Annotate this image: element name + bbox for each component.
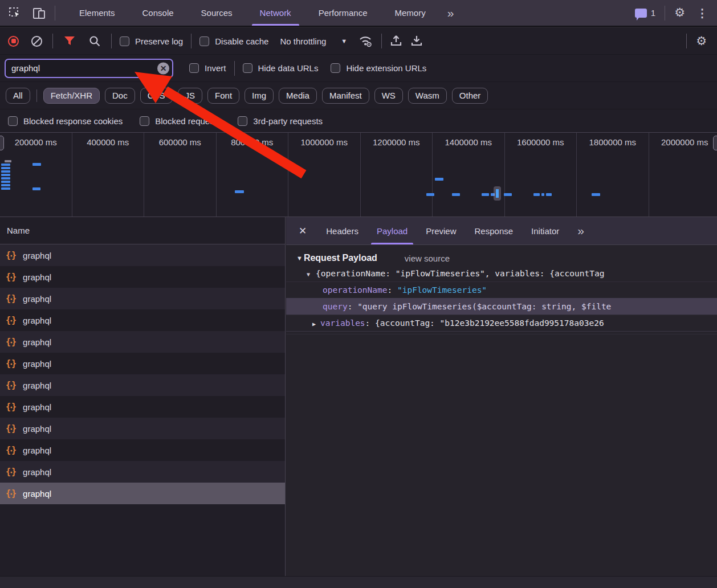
detail-tab-headers[interactable]: Headers: [317, 217, 368, 244]
device-toolbar-icon[interactable]: [32, 6, 47, 20]
table-row[interactable]: {}graphql: [0, 396, 285, 418]
table-row[interactable]: {}graphql: [0, 353, 285, 374]
timeline-tick-label: 400000 ms: [72, 137, 144, 147]
request-name: graphql: [23, 359, 51, 369]
table-row[interactable]: {}graphql: [0, 461, 285, 483]
filter-input[interactable]: [6, 63, 172, 73]
chip-js[interactable]: JS: [178, 88, 203, 104]
kebab-menu-icon[interactable]: ⋮: [694, 6, 710, 20]
chip-media[interactable]: Media: [279, 88, 317, 104]
export-har-icon[interactable]: [410, 35, 423, 47]
expanded-triangle-icon[interactable]: ▼: [307, 271, 310, 277]
chip-doc[interactable]: Doc: [105, 88, 135, 104]
hide-data-urls-checkbox[interactable]: Hide data URLs: [243, 63, 319, 73]
fetch-xhr-icon: {}: [6, 380, 17, 390]
clear-network-log-icon[interactable]: [31, 36, 42, 47]
disable-cache-checkbox[interactable]: Disable cache: [199, 36, 268, 46]
payload-end-divider: [286, 332, 717, 334]
fetch-xhr-icon: {}: [6, 402, 17, 412]
network-overview-timeline[interactable]: 200000 ms400000 ms600000 ms800000 ms1000…: [0, 133, 717, 217]
checkbox[interactable]: [140, 116, 149, 126]
payload-variables-row[interactable]: ▶variables: {accountTag: "b12e3b2192ee55…: [286, 315, 717, 332]
chip-all[interactable]: All: [6, 88, 30, 104]
detail-tab-response[interactable]: Response: [466, 217, 523, 244]
table-row[interactable]: {}graphql: [0, 266, 285, 288]
issues-counter[interactable]: 1: [635, 8, 655, 18]
chip-manifest[interactable]: Manifest: [322, 88, 369, 104]
payload-root-line[interactable]: ▼{operationName: "ipFlowTimeseries", var…: [286, 266, 717, 281]
search-icon[interactable]: [89, 35, 100, 47]
tab-memory[interactable]: Memory: [381, 0, 439, 26]
collapsed-triangle-icon[interactable]: ▶: [312, 321, 316, 327]
preserve-log-checkbox[interactable]: Preserve log: [120, 36, 183, 46]
hide-data-urls-label: Hide data URLs: [258, 63, 319, 73]
request-timeline-bar: [1, 177, 10, 179]
chip-ws[interactable]: WS: [374, 88, 403, 104]
request-timeline-bar: [1, 170, 10, 173]
record-network-log-button[interactable]: [8, 36, 19, 47]
checkbox[interactable]: [8, 116, 18, 126]
3rd-party-requests-checkbox[interactable]: 3rd-party requests: [238, 116, 323, 126]
hide-extension-urls-checkbox[interactable]: Hide extension URLs: [331, 63, 426, 73]
timeline-column: 1000000 ms: [288, 133, 361, 217]
inspect-element-icon[interactable]: [8, 6, 22, 20]
tab-console[interactable]: Console: [129, 0, 188, 26]
timeline-tick-label: 1000000 ms: [288, 137, 360, 147]
clear-filter-icon[interactable]: ✕: [157, 62, 169, 74]
tab-performance[interactable]: Performance: [305, 0, 381, 26]
checkbox[interactable]: [189, 63, 199, 73]
payload-operation-row[interactable]: operationName: "ipFlowTimeseries": [286, 281, 717, 298]
table-row[interactable]: {}graphql: [0, 309, 285, 331]
checkbox[interactable]: [199, 36, 209, 46]
checkbox[interactable]: [238, 116, 247, 126]
chip-font[interactable]: Font: [207, 88, 239, 104]
detail-tab-initiator[interactable]: Initiator: [522, 217, 568, 244]
collapse-triangle-icon[interactable]: ▼: [296, 255, 303, 262]
table-row[interactable]: {}graphql: [0, 418, 285, 439]
timeline-scroll-grip[interactable]: [0, 136, 4, 150]
fetch-xhr-icon: {}: [6, 272, 17, 282]
network-settings-gear-icon[interactable]: ⚙: [696, 35, 707, 47]
fetch-xhr-icon: {}: [6, 445, 17, 455]
more-tabs-icon[interactable]: »: [439, 6, 461, 20]
invert-label: Invert: [205, 63, 226, 73]
filter-icon[interactable]: [64, 36, 75, 46]
chip-img[interactable]: Img: [245, 88, 274, 104]
chip-css[interactable]: CSS: [140, 88, 173, 104]
payload-query-row[interactable]: query: "query ipFlowTimeseries($accountT…: [286, 298, 717, 315]
chip-other[interactable]: Other: [452, 88, 488, 104]
table-row[interactable]: {}graphql: [0, 288, 285, 309]
timeline-tick-label: 1600000 ms: [505, 137, 577, 147]
table-row[interactable]: {}graphql: [0, 331, 285, 353]
name-column-header[interactable]: Name: [0, 217, 285, 244]
chip-wasm[interactable]: Wasm: [408, 88, 447, 104]
blocked-response-cookies-checkbox[interactable]: Blocked response cookies: [8, 116, 123, 126]
close-detail-icon[interactable]: ✕: [290, 217, 316, 244]
preserve-log-label: Preserve log: [135, 36, 183, 46]
request-timeline-bar: [452, 193, 460, 196]
table-row[interactable]: {}graphql: [0, 244, 285, 266]
settings-gear-icon[interactable]: ⚙: [674, 7, 685, 19]
tab-network[interactable]: Network: [246, 0, 305, 26]
table-row[interactable]: {}graphql: [0, 439, 285, 461]
checkbox[interactable]: [243, 63, 252, 73]
table-row[interactable]: {}graphql: [0, 483, 285, 504]
view-source-link[interactable]: view source: [405, 254, 450, 263]
timeline-scroll-grip[interactable]: [713, 136, 717, 150]
throttling-select[interactable]: No throttling ▼: [276, 36, 351, 46]
tab-sources[interactable]: Sources: [188, 0, 246, 26]
chip-fetch-xhr[interactable]: Fetch/XHR: [43, 88, 100, 104]
checkbox[interactable]: [331, 63, 340, 73]
tab-elements[interactable]: Elements: [66, 0, 129, 26]
detail-tab-payload[interactable]: Payload: [368, 217, 417, 244]
blocked-requests-checkbox[interactable]: Blocked requests: [140, 116, 221, 126]
table-row[interactable]: {}graphql: [0, 374, 285, 396]
detail-tab-preview[interactable]: Preview: [417, 217, 465, 244]
checkbox[interactable]: [120, 36, 129, 46]
network-conditions-icon[interactable]: [358, 35, 373, 47]
request-name: graphql: [23, 402, 51, 412]
invert-checkbox[interactable]: Invert: [189, 63, 226, 73]
import-har-icon[interactable]: [390, 35, 402, 47]
more-detail-tabs-icon[interactable]: »: [569, 217, 591, 244]
request-timeline-bar: [504, 193, 512, 196]
